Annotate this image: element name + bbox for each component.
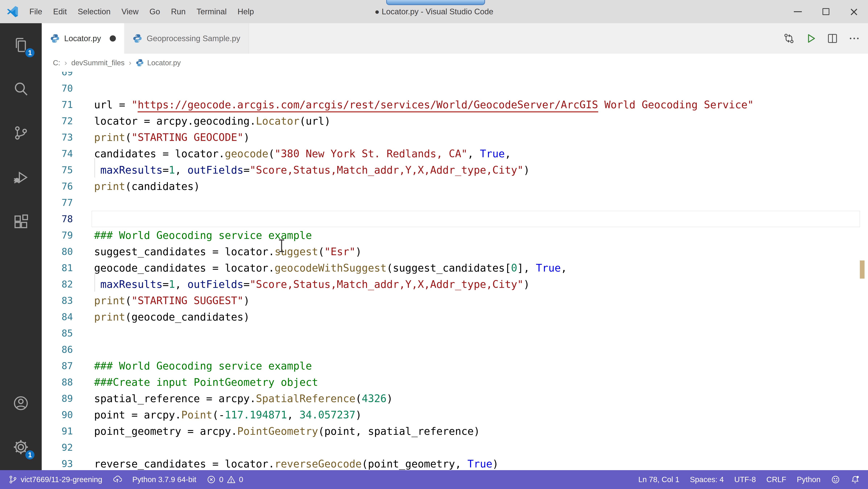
more-actions-button[interactable] (848, 33, 860, 44)
more-actions-icon (848, 33, 860, 44)
breadcrumb[interactable]: C:›devSummit_files›Locator.py (42, 54, 868, 72)
dirty-indicator[interactable] (110, 35, 116, 41)
bell-icon (850, 475, 860, 484)
settings-badge: 1 (25, 450, 35, 460)
minimize-icon (794, 11, 802, 12)
run-debug-icon (13, 170, 29, 185)
code-text: maxResults=1, outFields="Score,Status,Ma… (94, 162, 530, 178)
menu-edit[interactable]: Edit (48, 0, 72, 23)
breadcrumb-item[interactable]: devSummit_files (71, 59, 124, 67)
status-bell[interactable] (850, 470, 860, 489)
tab-geoprocessing-sample-py[interactable]: Geoprocessing Sample.py (124, 23, 249, 54)
status-indentation[interactable]: Spaces: 4 (690, 470, 724, 489)
token: ) (492, 458, 498, 470)
line-number: 87 (42, 358, 73, 374)
split-editor-button[interactable] (827, 33, 838, 44)
status-cursor-position[interactable]: Ln 78, Col 1 (638, 470, 679, 489)
menu-view[interactable]: View (116, 0, 144, 23)
code-text: url = "https://geocode.arcgis.com/arcgis… (94, 96, 754, 113)
activity-explorer[interactable]: 1 (0, 29, 42, 61)
breadcrumb-item[interactable]: Locator.py (147, 59, 181, 67)
token: (candidates) (125, 180, 200, 192)
token: , (561, 262, 567, 274)
token: (suggest_candidates[ (386, 262, 511, 274)
token: "380 New York St. Redlands, CA" (275, 148, 467, 160)
token: True (467, 458, 492, 470)
code-line: 93reverse_candidates = locator.reverseGe… (42, 456, 868, 470)
indentation-label: Spaces: 4 (690, 475, 724, 484)
status-feedback[interactable] (831, 470, 840, 489)
close-button[interactable]: × (840, 0, 868, 23)
minimize-button[interactable] (784, 0, 812, 23)
token: Locator (256, 115, 299, 127)
status-problems[interactable]: 00 (207, 470, 243, 489)
code-line: 71url = "https://geocode.arcgis.com/arcg… (42, 96, 868, 113)
line-number: 88 (42, 374, 73, 390)
menu-help[interactable]: Help (232, 0, 259, 23)
activity-run-debug[interactable] (0, 161, 42, 194)
editor[interactable]: C:›devSummit_files›Locator.py 697071url … (42, 54, 868, 470)
code-line: 92 (42, 439, 868, 456)
open-changes-button[interactable] (783, 33, 795, 44)
menu-terminal[interactable]: Terminal (191, 0, 232, 23)
token: geocodeWithSuggest (275, 262, 386, 274)
status-git-branch[interactable]: vict7669/11-29-greening (8, 470, 102, 489)
token: "STARTING GEOCODE" (131, 131, 244, 143)
code-line: 86 (42, 341, 868, 358)
token: print (94, 311, 125, 323)
menu-run[interactable]: Run (165, 0, 191, 23)
token: ) (244, 131, 250, 143)
code-line: 79### World Geocoding service example (42, 227, 868, 243)
line-number: 82 (42, 276, 73, 293)
code-text: point = arcpy.Point(-117.194871, 34.0572… (94, 407, 362, 423)
code-text: locator = arcpy.geocoding.Locator(url) (94, 113, 331, 129)
token: print (94, 180, 125, 192)
eol-label: CRLF (767, 475, 786, 484)
activity-source-control[interactable] (0, 117, 42, 149)
status-sync[interactable] (113, 470, 122, 489)
sync-icon (113, 475, 122, 484)
branch-name: vict7669/11-29-greening (21, 475, 102, 484)
token: World Geocoding Service" (598, 99, 754, 111)
token: ### World Geocoding service example (94, 360, 312, 372)
activity-search[interactable] (0, 72, 42, 105)
menu-selection[interactable]: Selection (72, 0, 116, 23)
status-encoding[interactable]: UTF-8 (734, 470, 756, 489)
maximize-button[interactable] (812, 0, 840, 23)
run-icon (805, 33, 816, 44)
code-line: 74candidates = locator.geocode("380 New … (42, 146, 868, 162)
token: , (467, 148, 480, 160)
status-python-interpreter[interactable]: Python 3.7.9 64-bit (132, 470, 196, 489)
line-number: 90 (42, 407, 73, 423)
status-language-mode[interactable]: Python (797, 470, 820, 489)
errors-icon (207, 475, 216, 484)
menu-file[interactable]: File (24, 0, 48, 23)
line-number: 75 (42, 162, 73, 178)
status-eol[interactable]: CRLF (767, 470, 786, 489)
window-controls: × (784, 0, 868, 23)
code-text: maxResults=1, outFields="Score,Status,Ma… (94, 276, 530, 293)
code-text: ###Create input PointGeometry object (94, 374, 318, 390)
tab-locator-py[interactable]: Locator.py (42, 23, 124, 54)
token: 0 (511, 262, 517, 274)
activity-extensions[interactable] (0, 206, 42, 238)
run-button[interactable] (805, 33, 816, 44)
tab-label: Locator.py (64, 34, 101, 43)
code-text: ### World Geocoding service example (94, 227, 312, 243)
token: point = arcpy. (94, 409, 181, 421)
token: "Score,Status,Match_addr,Y,X,Addr_type,C… (250, 164, 524, 176)
token: (point_geometry, (362, 458, 467, 470)
warnings-count: 0 (239, 475, 243, 484)
menu-go[interactable]: Go (144, 0, 165, 23)
maximize-icon (823, 8, 829, 15)
code-line: 81geocode_candidates = locator.geocodeWi… (42, 260, 868, 276)
language-mode-label: Python (797, 475, 820, 484)
vscode-logo-icon (6, 5, 19, 18)
token: ( (318, 246, 324, 257)
explorer-badge: 1 (25, 48, 35, 58)
activity-bar: 11 (0, 23, 42, 470)
activity-settings[interactable]: 1 (0, 431, 42, 463)
breadcrumb-item[interactable]: C: (53, 59, 60, 67)
activity-account[interactable] (0, 387, 42, 420)
tab-bar: Locator.pyGeoprocessing Sample.py (42, 23, 868, 54)
